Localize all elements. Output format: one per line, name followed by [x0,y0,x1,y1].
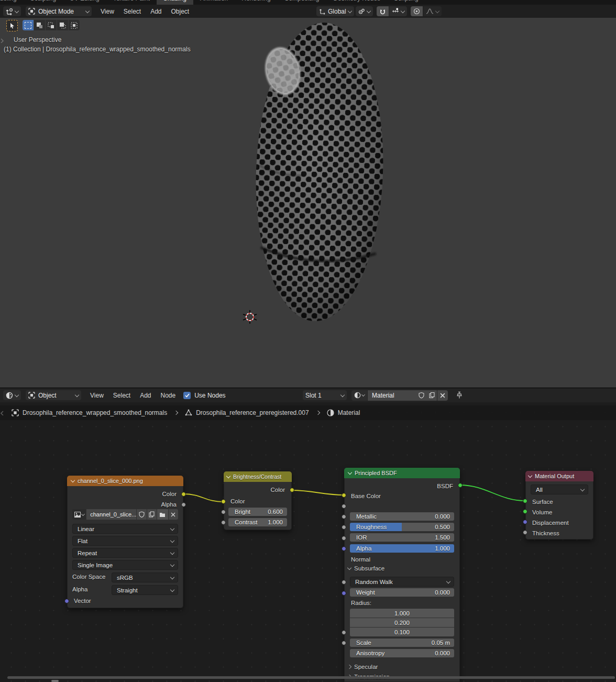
use-nodes-toggle[interactable]: Use Nodes [183,392,225,399]
snap-toggle-button[interactable] [377,6,389,16]
interpolation-dropdown[interactable]: Linear [72,524,178,534]
socket-color-output[interactable] [290,488,294,492]
tab-rendering[interactable]: Rendering [235,0,277,5]
subsurface-weight-slider[interactable]: Weight 0.000 [350,588,454,597]
breadcrumb-object[interactable]: Drosophila_reference_wrapped_smoothed_no… [23,409,167,416]
radius-y-field[interactable]: 0.200 [350,618,454,627]
socket-alpha-input[interactable] [342,536,346,541]
socket-alpha-output[interactable] [181,502,186,507]
editor-type-shader-button[interactable] [3,390,21,400]
subsurface-section-header[interactable]: Subsurface [348,564,456,572]
material-slot-dropdown[interactable]: Slot 1 [303,390,347,400]
socket-weight-input[interactable] [342,580,346,585]
subsurface-scale-slider[interactable]: Scale 0.05 m [350,639,454,647]
tab-modeling[interactable]: Modeling [0,0,24,5]
breadcrumb-mesh[interactable]: Drosophila_reference_preregistered.007 [196,409,309,416]
breadcrumb-material[interactable]: Material [338,409,360,416]
pin-icon[interactable] [456,391,463,399]
roughness-slider[interactable]: Roughness 0.500 [350,523,454,531]
socket-thickness-input[interactable] [523,530,527,535]
shader-node-editor[interactable]: channel_0_slice_000.png Color Alpha chan… [0,388,616,682]
node-principled-bsdf[interactable]: Principled BSDF BSDF Base Color Metallic… [344,468,460,682]
node-principled-bsdf-header[interactable]: Principled BSDF [344,468,460,478]
tab-sculpting[interactable]: Sculpting [24,0,63,5]
node-image-texture[interactable]: channel_0_slice_000.png Color Alpha chan… [67,476,183,608]
specular-section-header[interactable]: Specular [348,663,456,670]
projection-dropdown[interactable]: Flat [72,536,178,546]
node-material-output[interactable]: Material Output All Surface Volume Displ… [525,471,593,540]
subsurface-method-dropdown[interactable]: Random Walk [350,577,454,587]
node-brightness-contrast[interactable]: Brightness/Contrast Color Color Bright 0… [224,471,292,530]
socket-base-color-input[interactable] [342,493,346,498]
viewport-3d[interactable]: User Perspective (1) Collection | Drosop… [0,18,616,388]
material-name-field[interactable]: Material [368,390,416,401]
image-browse-dropdown[interactable] [72,509,86,520]
subsurface-anisotropy-slider[interactable]: Anisotropy 0.000 [350,649,454,657]
contrast-slider[interactable]: Contrast 1.000 [228,518,287,526]
alpha-mode-dropdown[interactable]: Straight [112,585,178,595]
socket-surface-input[interactable] [523,499,527,503]
unlink-material-button[interactable] [437,390,448,401]
ior-slider[interactable]: IOR 1.500 [350,533,454,542]
duplicate-image-button[interactable] [147,509,157,520]
select-intersect-button[interactable] [69,20,80,30]
select-set-button[interactable] [23,20,34,30]
new-material-button[interactable] [426,390,437,401]
proportional-falloff-dropdown[interactable] [423,6,442,16]
fake-user-button[interactable] [137,509,146,520]
shader-type-dropdown[interactable]: Object [26,390,81,400]
tab-add-workspace[interactable]: + [425,0,443,5]
menu-object[interactable]: Object [167,5,194,18]
socket-vector-input[interactable] [64,599,69,603]
embryo-3d-model[interactable] [238,15,395,329]
socket-bsdf-output[interactable] [458,483,463,488]
menu-view[interactable]: View [96,5,119,18]
socket-displacement-input[interactable] [523,520,527,524]
node-image-texture-header[interactable]: channel_0_slice_000.png [67,476,183,486]
horizontal-scrollbar[interactable] [7,676,615,679]
socket-bright-input[interactable] [221,510,226,514]
menu-node[interactable]: Node [156,388,181,402]
select-subtract-button[interactable] [46,20,57,30]
use-nodes-checkbox[interactable] [183,392,191,399]
alpha-slider[interactable]: Alpha 1.000 [350,544,454,553]
unlink-image-button[interactable] [169,509,178,520]
tool-tweak-button[interactable] [6,20,18,31]
radius-x-field[interactable]: 1.000 [350,609,454,618]
transform-orientation-dropdown[interactable]: Global [316,6,354,16]
socket-color-input[interactable] [221,499,226,504]
mode-dropdown[interactable]: Object Mode [26,6,92,16]
tab-shading[interactable]: Shading [157,0,193,5]
socket-radius-input[interactable] [342,591,346,596]
region-toggle-chevron-icon[interactable] [0,410,5,415]
pivot-point-dropdown[interactable] [356,6,373,16]
menu-view[interactable]: View [85,388,108,402]
tab-texture-paint[interactable]: Texture Paint [106,0,157,5]
color-space-dropdown[interactable]: sRGB [112,573,178,582]
open-image-button[interactable] [157,509,168,520]
snap-settings-dropdown[interactable] [389,6,407,16]
proportional-editing-toggle[interactable] [411,6,423,16]
tab-uv-editing[interactable]: UV Editing [63,0,106,5]
node-brightness-contrast-header[interactable]: Brightness/Contrast [224,471,292,482]
menu-add[interactable]: Add [135,388,156,402]
socket-scale-input[interactable] [342,630,346,635]
menu-select[interactable]: Select [108,388,135,402]
region-toggle-chevron-icon[interactable] [0,38,5,43]
bright-slider[interactable]: Bright 0.600 [228,508,287,516]
menu-add[interactable]: Add [146,5,166,18]
socket-volume-input[interactable] [523,509,527,514]
socket-anisotropy-input[interactable] [342,641,346,645]
socket-contrast-input[interactable] [221,520,226,525]
node-material-output-header[interactable]: Material Output [525,471,593,481]
select-extend-button[interactable] [34,20,45,30]
menu-select[interactable]: Select [119,5,146,18]
material-browse-dropdown[interactable] [351,390,367,401]
socket-normal-input[interactable] [342,546,346,551]
metallic-slider[interactable]: Metallic 0.000 [350,512,454,521]
source-dropdown[interactable]: Single Image [72,560,178,570]
tab-compositing[interactable]: Compositing [278,0,326,5]
socket-color-output[interactable] [181,492,186,497]
socket-roughness-input[interactable] [342,514,346,519]
socket-ior-input[interactable] [342,525,346,530]
